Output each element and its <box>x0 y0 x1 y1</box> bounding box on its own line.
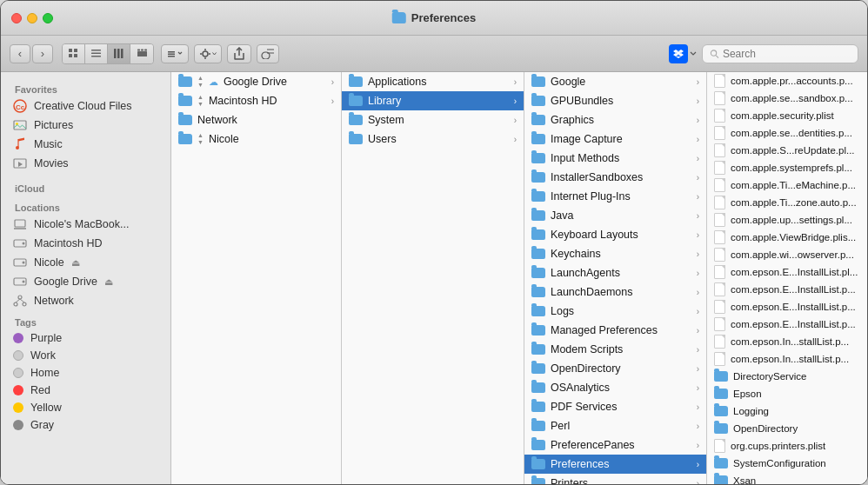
list-item[interactable]: Library› <box>342 91 524 110</box>
tags-button[interactable] <box>257 44 279 63</box>
column-view-button[interactable] <box>108 44 130 63</box>
folder-icon <box>714 423 728 434</box>
sidebar-item-purple[interactable]: Purple <box>4 329 167 347</box>
svg-rect-8 <box>117 49 120 58</box>
list-item[interactable]: Network <box>171 110 341 130</box>
list-item[interactable]: com.apple.S...reUpdate.pl... <box>707 142 867 159</box>
list-item[interactable]: Xsan <box>707 472 867 484</box>
item-label: Managed Preferences <box>551 324 691 336</box>
arrange-button[interactable] <box>161 44 189 63</box>
sidebar-item-music[interactable]: Music <box>4 135 167 154</box>
chevron-right-icon: › <box>697 173 699 183</box>
gray-tag-dot <box>13 420 23 430</box>
dropbox-icon[interactable] <box>669 44 688 63</box>
list-item[interactable]: Users› <box>342 130 524 149</box>
list-item[interactable]: Internet Plug-Ins› <box>524 187 706 206</box>
list-item[interactable]: Managed Preferences› <box>524 321 706 340</box>
list-item[interactable]: com.apple.security.plist <box>707 107 867 124</box>
sidebar-item-nicole[interactable]: Nicole ⏏ <box>4 253 167 272</box>
forward-button[interactable]: › <box>32 44 53 63</box>
file-icon <box>714 317 725 331</box>
list-item[interactable]: Google› <box>524 72 706 91</box>
list-item[interactable]: Image Capture› <box>524 130 706 149</box>
list-item[interactable]: Perl› <box>524 416 706 435</box>
list-item[interactable]: LaunchDaemons› <box>524 282 706 302</box>
sidebar-item-google-drive[interactable]: Google Drive ⏏ <box>4 272 167 291</box>
traffic-lights <box>11 13 53 23</box>
list-item[interactable]: com.apple.Ti...zone.auto.p... <box>707 194 867 211</box>
list-item[interactable]: Preferences› <box>524 455 706 474</box>
list-item[interactable]: Java› <box>524 206 706 225</box>
list-item[interactable]: com.epson.E...InstallList.p... <box>707 316 867 333</box>
list-item[interactable]: Keychains› <box>524 244 706 263</box>
sidebar-item-home[interactable]: Home <box>4 364 167 382</box>
list-item[interactable]: LaunchAgents› <box>524 263 706 282</box>
list-item[interactable]: com.apple.ViewBridge.plis... <box>707 229 867 246</box>
sidebar-item-label: Work <box>30 349 56 362</box>
back-button[interactable]: ‹ <box>10 44 30 63</box>
sidebar-item-movies[interactable]: Movies <box>4 154 167 173</box>
list-item[interactable]: com.apple.se...dentities.p... <box>707 124 867 142</box>
list-item[interactable]: ▲▼☁Google Drive› <box>171 72 341 91</box>
list-item[interactable]: OpenDirectory› <box>524 359 706 378</box>
list-item[interactable]: Printers› <box>524 474 706 484</box>
list-item[interactable]: PDF Services› <box>524 397 706 416</box>
list-item[interactable]: ▲▼Macintosh HD› <box>171 91 341 110</box>
search-icon <box>710 49 719 59</box>
chevron-right-icon: › <box>514 116 517 125</box>
list-item[interactable]: com.epson.E...InstallList.p... <box>707 281 867 298</box>
list-item[interactable]: Graphics› <box>524 110 706 130</box>
locations-label: Locations <box>1 196 170 215</box>
action-button[interactable] <box>194 44 222 63</box>
list-item[interactable]: com.epson.In...stallList.p... <box>707 350 867 368</box>
sidebar-item-gray[interactable]: Gray <box>4 416 167 434</box>
sidebar-item-creative-cloud[interactable]: Cc Creative Cloud Files <box>4 96 167 116</box>
minimize-button[interactable] <box>27 13 37 23</box>
list-item[interactable]: Epson <box>707 385 867 402</box>
search-input[interactable] <box>723 48 851 60</box>
folder-icon <box>531 191 545 202</box>
search-bar[interactable] <box>702 44 858 63</box>
list-item[interactable]: Modem Scripts› <box>524 340 706 359</box>
list-item[interactable]: System› <box>342 110 524 130</box>
list-item[interactable]: com.epson.E...InstallList.pl... <box>707 263 867 281</box>
list-item[interactable]: com.apple.wi...owserver.p... <box>707 246 867 263</box>
share-button[interactable] <box>227 44 251 63</box>
list-item[interactable]: Logs› <box>524 302 706 321</box>
list-item[interactable]: Keyboard Layouts› <box>524 225 706 244</box>
list-item[interactable]: PreferencePanes› <box>524 435 706 455</box>
list-item[interactable]: com.epson.In...stallList.p... <box>707 333 867 350</box>
sidebar-item-network[interactable]: Network <box>4 291 167 310</box>
sidebar-item-pictures[interactable]: Pictures <box>4 116 167 135</box>
close-button[interactable] <box>11 13 22 23</box>
list-item[interactable]: DirectoryService <box>707 368 867 385</box>
list-item[interactable]: com.apple.up...settings.pl... <box>707 211 867 229</box>
list-item[interactable]: GPUBundles› <box>524 91 706 110</box>
list-item[interactable]: OpenDirectory <box>707 420 867 437</box>
list-item[interactable]: Applications› <box>342 72 524 91</box>
folder-icon <box>349 76 363 87</box>
list-item[interactable]: Logging <box>707 402 867 420</box>
gallery-view-button[interactable] <box>130 44 153 63</box>
list-item[interactable]: com.epson.E...InstallList.p... <box>707 298 867 316</box>
list-view-button[interactable] <box>85 44 108 63</box>
hdd-icon <box>13 236 27 250</box>
list-item[interactable]: com.apple.Ti...eMachine.p... <box>707 176 867 194</box>
list-item[interactable]: com.apple.pr...accounts.p... <box>707 72 867 90</box>
list-item[interactable]: InstallerSandboxes› <box>524 168 706 187</box>
sidebar-item-macbook[interactable]: Nicole's MacBook... <box>4 215 167 234</box>
list-item[interactable]: ▲▼Nicole <box>171 130 341 149</box>
list-item[interactable]: OSAnalytics› <box>524 378 706 397</box>
list-item[interactable]: org.cups.printers.plist <box>707 437 867 455</box>
list-item[interactable]: com.apple.se...sandbox.p... <box>707 90 867 107</box>
list-item[interactable]: com.apple.systemprefs.pl... <box>707 159 867 176</box>
icon-view-button[interactable] <box>63 44 85 63</box>
maximize-button[interactable] <box>43 13 53 23</box>
list-item[interactable]: SystemConfiguration <box>707 455 867 472</box>
sidebar-item-work[interactable]: Work <box>4 347 167 364</box>
sidebar-item-yellow[interactable]: Yellow <box>4 399 167 416</box>
list-item[interactable]: Input Methods› <box>524 149 706 168</box>
sidebar-item-red[interactable]: Red <box>4 382 167 399</box>
sidebar-item-macintosh-hd[interactable]: Macintosh HD <box>4 234 167 253</box>
svg-line-45 <box>20 299 24 302</box>
